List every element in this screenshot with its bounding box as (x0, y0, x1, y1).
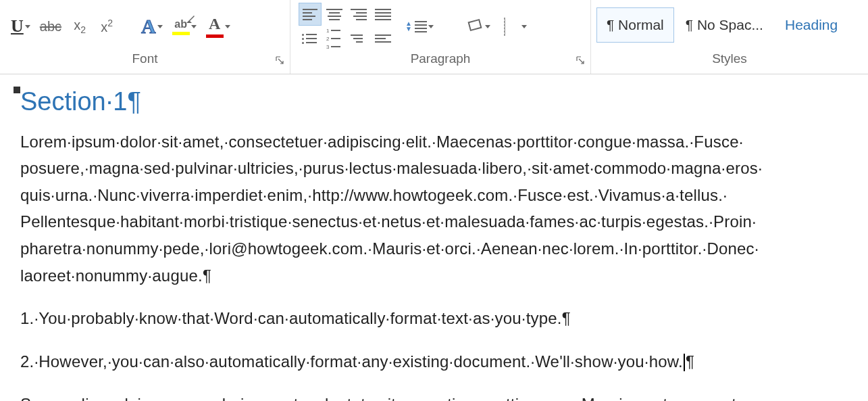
ribbon-group-font: U abc x2 x2 A ab (0, 0, 290, 74)
line-spacing-button[interactable]: ▲▼ (403, 15, 436, 38)
paragraph-list-2[interactable]: 2.·However,·you·can·also·automatically·f… (20, 348, 861, 375)
bullets-button[interactable] (299, 27, 322, 50)
align-left-button[interactable] (299, 3, 322, 26)
ribbon-group-styles: ¶ Normal ¶ No Spac... Heading Styles (591, 0, 868, 74)
chevron-down-icon (521, 25, 527, 28)
multilevel-list-button[interactable] (347, 27, 370, 50)
numbering-button[interactable]: 1 2 3 (323, 27, 346, 50)
highlight-icon: ab (172, 18, 190, 35)
document-area[interactable]: Section·1¶ Lorem·ipsum·dolor·sit·amet,·c… (0, 74, 868, 401)
paragraph-list-1[interactable]: 1.·You·probably·know·that·Word·can·autom… (20, 305, 861, 332)
style-no-spacing[interactable]: ¶ No Spac... (675, 7, 773, 43)
superscript-icon: x2 (101, 18, 113, 35)
align-right-button[interactable] (347, 3, 370, 26)
chevron-down-icon (485, 25, 490, 28)
font-color-icon: A (206, 15, 224, 38)
text-effects-button[interactable]: A (138, 15, 165, 38)
borders-button[interactable] (501, 15, 530, 38)
chevron-down-icon (157, 25, 163, 28)
decrease-indent-button[interactable] (372, 27, 394, 50)
subscript-button[interactable]: x2 (68, 15, 91, 38)
shading-button[interactable] (465, 15, 493, 38)
font-color-button[interactable]: A (203, 15, 233, 38)
paragraph-body-2[interactable]: Suspendisse·dui·purus,·scelerisque·at,·v… (20, 391, 861, 401)
strikethrough-icon: abc (40, 19, 61, 34)
group-label-styles: Styles (591, 49, 868, 72)
shading-icon (467, 19, 484, 34)
heading-section-1[interactable]: Section·1¶ (20, 87, 861, 118)
strikethrough-button[interactable]: abc (37, 15, 64, 38)
align-grid: 1 2 3 (299, 3, 394, 50)
line-spacing-icon: ▲▼ (405, 21, 427, 32)
text-effects-icon: A (141, 15, 156, 38)
borders-icon (504, 18, 520, 34)
align-justify-button[interactable] (372, 3, 394, 26)
underline-icon: U (11, 16, 24, 37)
paragraph-dialog-launcher[interactable] (574, 55, 586, 68)
style-heading-1[interactable]: Heading (775, 7, 848, 43)
paragraph-body-1[interactable]: Lorem·ipsum·dolor·sit·amet,·consectetuer… (20, 128, 861, 289)
superscript-button[interactable]: x2 (95, 15, 118, 38)
subscript-icon: x2 (74, 18, 86, 35)
group-label-font: Font (0, 49, 290, 72)
ribbon: U abc x2 x2 A ab (0, 0, 868, 74)
chevron-down-icon (191, 25, 197, 28)
group-label-paragraph: Paragraph (290, 49, 590, 72)
chevron-down-icon (225, 25, 230, 28)
anchor-icon (14, 87, 20, 93)
chevron-down-icon (25, 25, 30, 28)
align-center-button[interactable] (323, 3, 346, 26)
highlight-button[interactable]: ab (170, 15, 199, 38)
underline-button[interactable]: U (8, 15, 33, 38)
font-dialog-launcher[interactable] (274, 55, 286, 68)
ribbon-group-paragraph: 1 2 3 ▲▼ (290, 0, 591, 74)
chevron-down-icon (428, 25, 434, 28)
text-cursor (684, 354, 685, 371)
style-normal[interactable]: ¶ Normal (596, 7, 674, 43)
